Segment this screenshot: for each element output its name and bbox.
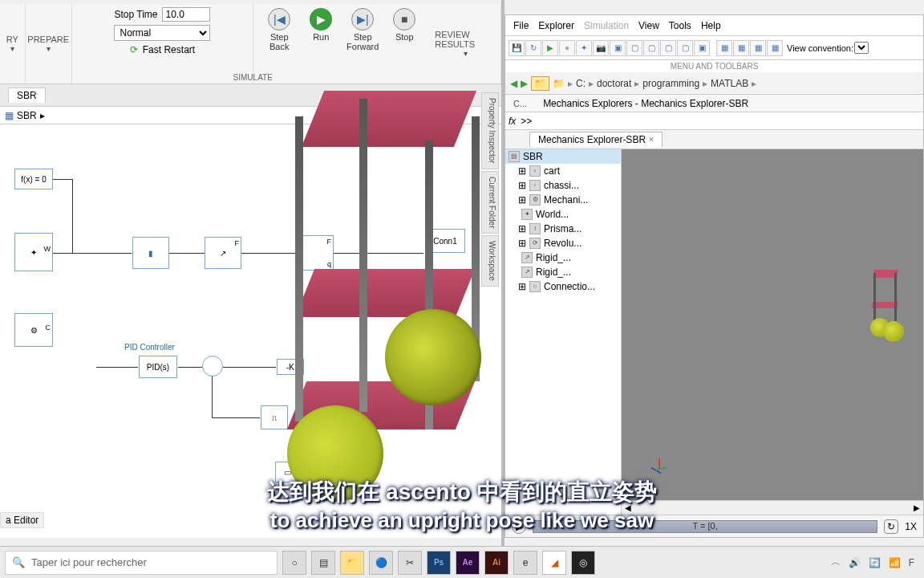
solid-block[interactable]: ▮ [132, 237, 169, 269]
joint-block[interactable]: Fq [297, 235, 334, 271]
chrome-icon[interactable]: 🔵 [369, 551, 393, 575]
illustrator-icon[interactable]: Ai [484, 551, 509, 575]
conn-port-block[interactable]: Conn1 [425, 229, 465, 253]
nav-fwd-icon[interactable]: ▶ [521, 78, 528, 89]
crumb[interactable]: programming [642, 78, 699, 89]
3d-viewport[interactable] [622, 149, 923, 500]
wifi-icon[interactable]: 📶 [889, 557, 901, 568]
crumb[interactable]: doctorat [597, 78, 631, 89]
path-item[interactable]: SBR [17, 110, 37, 121]
fx-icon[interactable]: ffxx [509, 116, 516, 127]
menu-tools[interactable]: Tools [669, 20, 691, 31]
menu-view[interactable]: View [638, 20, 659, 31]
explorer-tab[interactable]: Mechanics Explorer-SBR × [529, 132, 663, 147]
search-icon: 🔍 [12, 556, 25, 568]
crumb[interactable]: C: [576, 78, 586, 89]
cortana-icon[interactable]: ○ [282, 551, 306, 575]
chevron-right-icon: ▸ [40, 110, 45, 121]
layout-2-icon[interactable]: ▦ [733, 40, 749, 56]
nav-folder-icon[interactable]: 📁 [553, 78, 565, 89]
model-tree[interactable]: ▤SBR ⊞▫cart ⊞▫chassi... ⊞⚙Mechani... ✦Wo… [505, 149, 622, 515]
stop-button[interactable]: ■ Stop [383, 6, 425, 42]
stop-time-input[interactable] [162, 7, 210, 22]
fx-block[interactable]: f(x) = 0 [14, 169, 53, 189]
gain-block[interactable]: -K [277, 359, 304, 375]
volume-icon[interactable]: 🔊 [849, 557, 861, 568]
view-front-icon[interactable]: ▢ [626, 40, 642, 56]
system-tray[interactable]: ︿ 🔊 🔄 📶 F [831, 556, 919, 569]
view-iso-icon[interactable]: ▣ [610, 40, 626, 56]
step-forward-button[interactable]: ▶| Step Forward [342, 6, 383, 51]
fast-restart-toggle[interactable]: Fast Restart [143, 44, 195, 55]
signal-line [53, 253, 132, 254]
chevron-down-icon[interactable]: ▾ [47, 44, 51, 53]
menu-help[interactable]: Help [701, 20, 721, 31]
property-inspector-tab[interactable]: Property Inspector [481, 92, 499, 169]
play-icon[interactable]: ▶ [542, 40, 558, 56]
signal-line [241, 253, 296, 254]
model-tab-sbr[interactable]: SBR [8, 88, 46, 103]
step-block[interactable]: ⎍ [261, 405, 288, 429]
tree-node-root: ▤SBR [505, 149, 621, 164]
gear-icon: ⚙ [529, 194, 541, 206]
sync-icon[interactable]: 🔄 [869, 557, 881, 568]
aftereffects-icon[interactable]: Ae [456, 551, 480, 575]
save-icon[interactable]: 💾 [509, 40, 525, 56]
matlab-icon[interactable]: ◢ [542, 551, 566, 575]
close-icon[interactable]: × [648, 134, 654, 145]
task-view-icon[interactable]: ▤ [311, 551, 335, 575]
address-bar[interactable]: ◀ ▶ 📁 📁 ▸ C:▸ doctorat▸ programming▸ MAT… [505, 72, 923, 95]
signal-line [178, 367, 202, 368]
obs-icon[interactable]: ◎ [571, 551, 595, 575]
chevron-down-icon[interactable]: ▾ [464, 49, 468, 58]
camera-icon[interactable]: 📷 [593, 40, 609, 56]
model-path-bar[interactable]: ▦ SBR ▸ [0, 107, 501, 124]
crumb[interactable]: MATLAB [711, 78, 748, 89]
menu-explorer[interactable]: Explorer [538, 20, 574, 31]
photoshop-icon[interactable]: Ps [427, 551, 451, 575]
menu-bar: File Explorer Simulation View Tools Help [505, 15, 923, 36]
world-frame-block[interactable]: ✦W [14, 233, 53, 271]
chevron-up-icon[interactable]: ︿ [831, 556, 841, 569]
ribbon-section-label: RY [6, 35, 18, 44]
workspace-tab[interactable]: Workspace [481, 235, 499, 287]
run-button[interactable]: ▶ Run [300, 6, 342, 42]
current-folder-tab[interactable]: Current Folder [481, 171, 499, 234]
chevron-down-icon[interactable]: ▾ [10, 44, 14, 53]
refresh-icon[interactable]: ↻ [525, 40, 541, 56]
compass-icon[interactable]: ✦ [576, 40, 592, 56]
record-icon[interactable]: ● [559, 40, 575, 56]
layout-1-icon[interactable]: ▦ [716, 40, 732, 56]
view-side-icon[interactable]: ▢ [643, 40, 659, 56]
view-convention-select[interactable] [854, 42, 869, 54]
fast-restart-icon[interactable]: ⟳ [130, 44, 138, 55]
hierarchy-icon[interactable]: ▦ [5, 110, 14, 121]
view-persp-icon[interactable]: ▣ [694, 40, 710, 56]
view-back-icon[interactable]: ▢ [677, 40, 693, 56]
menu-file[interactable]: File [513, 20, 529, 31]
prompt[interactable]: >> [521, 116, 532, 127]
layout-3-icon[interactable]: ▦ [750, 40, 766, 56]
layout-4-icon[interactable]: ▦ [767, 40, 783, 56]
transform-block[interactable]: ↗F [205, 237, 241, 269]
nav-back-icon[interactable]: ◀ [510, 78, 517, 89]
command-row: ffxx >> [505, 112, 923, 130]
axes-icon: ✦ [30, 248, 37, 257]
block-diagram-canvas[interactable]: f(x) = 0 ✦W ⚙C ▮ ↗F Fq Conn1 PID Control… [0, 124, 501, 538]
nav-up-icon[interactable]: 📁 [531, 76, 549, 91]
taskbar-search[interactable]: 🔍 Taper ici pour rechercher [5, 551, 278, 575]
snip-icon[interactable]: ✂ [398, 551, 422, 575]
view-top-icon[interactable]: ▢ [660, 40, 676, 56]
explorer-icon[interactable]: 📁 [340, 551, 364, 575]
step-back-button[interactable]: |◀ Step Back [258, 6, 300, 51]
signal-line [72, 179, 73, 253]
step-back-icon: |◀ [268, 8, 290, 31]
edge-icon[interactable]: e [513, 551, 537, 575]
subtitle-english: to achieve an upright pose like we saw [0, 508, 924, 533]
solver-config-block[interactable]: ⚙C [14, 313, 53, 347]
port-icon: ○ [529, 281, 541, 292]
sim-mode-select[interactable]: Normal [114, 25, 210, 41]
menu-simulation[interactable]: Simulation [584, 20, 629, 31]
pid-block[interactable]: PID(s) [139, 356, 177, 378]
sum-block[interactable] [202, 356, 223, 377]
